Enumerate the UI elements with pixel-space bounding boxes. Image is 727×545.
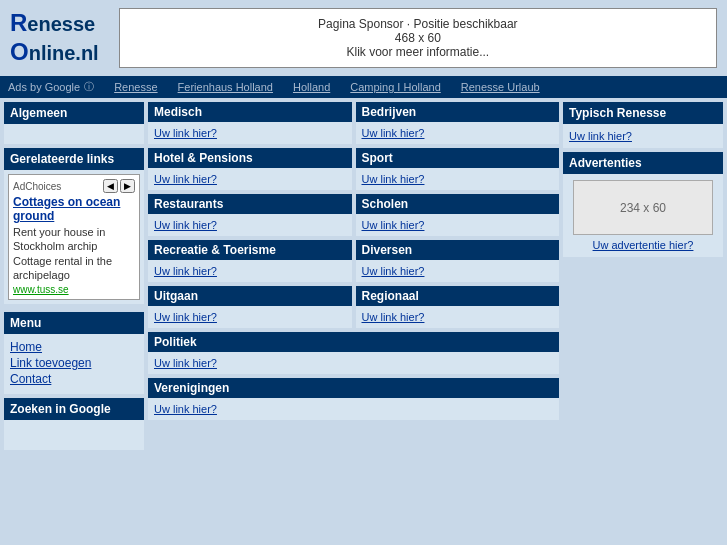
- ad-link[interactable]: Cottages on ocean ground: [13, 195, 135, 223]
- ads-icon: ⓘ: [84, 80, 94, 94]
- category-sport: Sport Uw link hier?: [356, 148, 560, 190]
- restaurants-title: Restaurants: [148, 194, 352, 214]
- politiek-link[interactable]: Uw link hier?: [148, 352, 559, 374]
- ad-next-button[interactable]: ▶: [120, 179, 135, 193]
- menu-item-home[interactable]: Home: [10, 340, 138, 354]
- ad-banner: 234 x 60 Uw advertentie hier?: [563, 174, 723, 257]
- regionaal-title: Regionaal: [356, 286, 560, 306]
- nav-link-holland[interactable]: Holland: [293, 81, 330, 93]
- recreatie-link[interactable]: Uw link hier?: [148, 260, 352, 282]
- ad-size-label: 234 x 60: [620, 201, 666, 215]
- ad-inner: AdChoices ◀ ▶ Cottages on ocean ground R…: [8, 174, 140, 300]
- nav-link-urlaub[interactable]: Renesse Urlaub: [461, 81, 540, 93]
- sponsor-line3: Klik voor meer informatie...: [140, 45, 696, 59]
- zoeken-body: [4, 420, 144, 450]
- hotel-title: Hotel & Pensions: [148, 148, 352, 168]
- category-uitgaan: Uitgaan Uw link hier?: [148, 286, 352, 328]
- medisch-title: Medisch: [148, 102, 352, 122]
- ad-prev-button[interactable]: ◀: [103, 179, 118, 193]
- diversen-link[interactable]: Uw link hier?: [356, 260, 560, 282]
- header: Renesse Online.nl Pagina Sponsor · Posit…: [0, 0, 727, 76]
- advertenties-section: Advertenties 234 x 60 Uw advertentie hie…: [563, 152, 723, 257]
- ad-url[interactable]: www.tuss.se: [13, 284, 135, 295]
- right-sidebar: Typisch Renesse Uw link hier? Advertenti…: [563, 102, 723, 450]
- sport-link[interactable]: Uw link hier?: [356, 168, 560, 190]
- main-layout: Algemeen Gerelateerde links AdChoices ◀ …: [0, 98, 727, 454]
- categories-grid: Medisch Uw link hier? Bedrijven Uw link …: [148, 102, 559, 450]
- uitgaan-link[interactable]: Uw link hier?: [148, 306, 352, 328]
- hotel-link[interactable]: Uw link hier?: [148, 168, 352, 190]
- category-medisch: Medisch Uw link hier?: [148, 102, 352, 144]
- advertenties-title: Advertenties: [563, 152, 723, 174]
- gerelateerde-body: AdChoices ◀ ▶ Cottages on ocean ground R…: [4, 170, 144, 304]
- ad-banner-box: 234 x 60: [573, 180, 713, 235]
- category-restaurants: Restaurants Uw link hier?: [148, 194, 352, 236]
- zoeken-title: Zoeken in Google: [4, 398, 144, 420]
- algemeen-body: [4, 124, 144, 144]
- gerelateerde-section: Gerelateerde links AdChoices ◀ ▶ Cottage…: [4, 148, 144, 304]
- gerelateerde-title: Gerelateerde links: [4, 148, 144, 170]
- uitgaan-title: Uitgaan: [148, 286, 352, 306]
- menu-body: Home Link toevoegen Contact: [4, 334, 144, 394]
- category-politiek: Politiek Uw link hier?: [148, 332, 559, 374]
- nav-link-camping[interactable]: Camping I Holland: [350, 81, 441, 93]
- scholen-title: Scholen: [356, 194, 560, 214]
- category-bedrijven: Bedrijven Uw link hier?: [356, 102, 560, 144]
- ad-nav: ◀ ▶: [103, 179, 135, 193]
- algemeen-title: Algemeen: [4, 102, 144, 124]
- typisch-link[interactable]: Uw link hier?: [563, 124, 723, 148]
- scholen-link[interactable]: Uw link hier?: [356, 214, 560, 236]
- medisch-link[interactable]: Uw link hier?: [148, 122, 352, 144]
- typisch-title: Typisch Renesse: [563, 102, 723, 124]
- verenigingen-title: Verenigingen: [148, 378, 559, 398]
- logo-line1: Renesse: [10, 11, 95, 36]
- diversen-title: Diversen: [356, 240, 560, 260]
- algemeen-section: Algemeen: [4, 102, 144, 144]
- menu-title: Menu: [4, 312, 144, 334]
- recreatie-title: Recreatie & Toerisme: [148, 240, 352, 260]
- sponsor-box: Pagina Sponsor · Positie beschikbaar 468…: [119, 8, 717, 68]
- menu-item-contact[interactable]: Contact: [10, 372, 138, 386]
- nav-link-ferienhaus[interactable]: Ferienhaus Holland: [178, 81, 273, 93]
- verenigingen-link[interactable]: Uw link hier?: [148, 398, 559, 420]
- ad-text: Rent your house in Stockholm archip Cott…: [13, 225, 135, 282]
- category-diversen: Diversen Uw link hier?: [356, 240, 560, 282]
- category-hotel: Hotel & Pensions Uw link hier?: [148, 148, 352, 190]
- logo: Renesse Online.nl: [10, 9, 99, 67]
- category-verenigingen: Verenigingen Uw link hier?: [148, 378, 559, 420]
- left-sidebar: Algemeen Gerelateerde links AdChoices ◀ …: [4, 102, 144, 450]
- category-regionaal: Regionaal Uw link hier?: [356, 286, 560, 328]
- logo-line2: Online.nl: [10, 40, 99, 65]
- restaurants-link[interactable]: Uw link hier?: [148, 214, 352, 236]
- ad-banner-link[interactable]: Uw advertentie hier?: [593, 239, 694, 251]
- ad-choices-label: AdChoices: [13, 181, 61, 192]
- regionaal-link[interactable]: Uw link hier?: [356, 306, 560, 328]
- bedrijven-title: Bedrijven: [356, 102, 560, 122]
- typisch-section: Typisch Renesse Uw link hier?: [563, 102, 723, 148]
- politiek-title: Politiek: [148, 332, 559, 352]
- nav-link-renesse[interactable]: Renesse: [114, 81, 157, 93]
- navbar: Ads by Google ⓘ Renesse Ferienhaus Holla…: [0, 76, 727, 98]
- sport-title: Sport: [356, 148, 560, 168]
- sponsor-line2: 468 x 60: [140, 31, 696, 45]
- category-scholen: Scholen Uw link hier?: [356, 194, 560, 236]
- bedrijven-link[interactable]: Uw link hier?: [356, 122, 560, 144]
- sponsor-line1: Pagina Sponsor · Positie beschikbaar: [140, 17, 696, 31]
- zoeken-section: Zoeken in Google: [4, 398, 144, 450]
- ads-by-google-label: Ads by Google ⓘ: [8, 80, 94, 94]
- category-recreatie: Recreatie & Toerisme Uw link hier?: [148, 240, 352, 282]
- menu-section: Menu Home Link toevoegen Contact: [4, 312, 144, 394]
- menu-item-link-toevoegen[interactable]: Link toevoegen: [10, 356, 138, 370]
